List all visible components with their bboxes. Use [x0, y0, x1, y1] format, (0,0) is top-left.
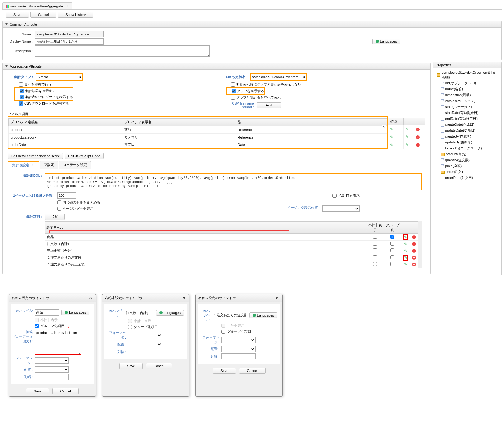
cb-subtotal[interactable] — [373, 242, 377, 246]
cb-group[interactable] — [390, 248, 394, 252]
tree-item[interactable]: price(金額) — [436, 163, 499, 169]
tab-aggregate-table[interactable]: 集計表設定4 — [8, 161, 39, 169]
align-select[interactable] — [35, 366, 69, 373]
align-select[interactable] — [128, 341, 162, 347]
tree-item[interactable]: createDate(作成日) — [436, 122, 499, 128]
cb-graph-above[interactable] — [20, 95, 24, 99]
tree-item[interactable]: quantity(注文数) — [436, 157, 499, 163]
pencil-icon[interactable]: ✎ — [404, 262, 407, 267]
editor-tab[interactable]: samples/ec01/orderItemAggregate ✕ — [2, 2, 72, 9]
table-row[interactable]: １注文あたりの売上金額 ✎ − — [45, 261, 418, 268]
pencil-icon[interactable]: ✎ — [406, 135, 409, 139]
cb-subtotal[interactable] — [373, 255, 377, 259]
cb-subtotal[interactable] — [373, 262, 377, 266]
tree-folder[interactable]: order(注文) — [436, 169, 499, 175]
display-name-field[interactable] — [35, 38, 104, 45]
close-icon[interactable]: ✕ — [88, 296, 93, 300]
disp-field[interactable] — [125, 310, 154, 316]
width-field[interactable] — [128, 349, 162, 355]
cb-group[interactable] — [128, 325, 132, 329]
edit-js-button[interactable]: Edit JavaScript Code — [65, 153, 104, 159]
tree-folder[interactable]: product(商品) — [436, 151, 499, 157]
pencil-icon[interactable]: ✎ — [390, 135, 393, 139]
format-select[interactable] — [221, 337, 256, 343]
delete-icon[interactable]: − — [412, 263, 416, 266]
tree-item[interactable]: description(説明) — [436, 92, 499, 98]
cb-group[interactable] — [390, 262, 394, 266]
agg-type-field[interactable] — [36, 74, 77, 80]
pencil-icon[interactable]: ✎ — [404, 249, 407, 253]
delete-icon[interactable]: − — [412, 256, 416, 260]
format-select[interactable] — [35, 357, 69, 364]
tree-item[interactable]: createBy(作成者) — [436, 134, 499, 139]
tree-item[interactable]: version(バージョン) — [436, 98, 499, 104]
delete-icon[interactable]: − — [412, 235, 416, 239]
cb-group[interactable] — [221, 330, 225, 334]
cb-total-row[interactable] — [332, 194, 337, 198]
pencil-icon[interactable]: ✎ — [404, 242, 407, 246]
cb-subtotal[interactable] — [373, 235, 377, 239]
cb-subtotal[interactable] — [373, 248, 377, 252]
languages-button[interactable]: Languages — [372, 39, 400, 44]
tree-item[interactable]: startDate(有効開始日) — [436, 110, 499, 116]
languages-button[interactable]: Languages — [249, 312, 277, 318]
cb-group[interactable] — [390, 255, 394, 259]
table-row[interactable]: 商品 ✎ − — [45, 234, 418, 241]
paging-pos-select[interactable] — [322, 205, 360, 212]
table-row[interactable]: product商品Reference — [9, 126, 387, 134]
tab-graph[interactable]: フ設定 — [40, 161, 58, 169]
description-field[interactable] — [35, 45, 210, 57]
cb-show-graph[interactable] — [232, 89, 236, 93]
cb-group[interactable] — [390, 242, 394, 246]
tree-item[interactable]: updateBy(更新者) — [436, 139, 499, 145]
dialog-cancel-button[interactable]: Cancel — [52, 388, 78, 394]
pencil-icon[interactable]: ✎ — [390, 127, 393, 131]
tree-item[interactable]: state(ステータス) — [436, 104, 499, 110]
dialog-cancel-button[interactable]: Cancel — [239, 368, 265, 374]
section-header-aggregation[interactable]: Aggregation Attribute — [3, 63, 430, 70]
section-header-common[interactable]: Common Attribute — [3, 21, 501, 28]
table-row[interactable]: orderDate注文日Date — [9, 141, 387, 148]
close-icon[interactable]: ✕ — [66, 4, 69, 8]
table-row[interactable]: 売上金額（合計） ✎ − — [45, 247, 418, 254]
tree-item[interactable]: oid(オブジェクトID) — [436, 80, 499, 86]
delete-icon[interactable]: − — [416, 143, 420, 147]
dialog-cancel-button[interactable]: Cancel — [146, 363, 172, 369]
close-icon[interactable]: ✕ — [181, 296, 186, 300]
save-button[interactable]: Save — [6, 12, 29, 18]
dialog-save-button[interactable]: Save — [26, 388, 49, 394]
format-select[interactable] — [128, 332, 162, 338]
delete-icon[interactable]: − — [412, 242, 416, 246]
cancel-button[interactable]: Cancel — [30, 12, 56, 18]
delete-icon[interactable]: − — [416, 135, 420, 139]
pencil-icon[interactable]: ✎ — [390, 143, 393, 147]
value-textarea[interactable] — [35, 330, 81, 355]
tab-raw-data[interactable]: ローデータ設定 — [59, 161, 91, 169]
disp-field[interactable] — [212, 312, 247, 318]
dialog-save-button[interactable]: Save — [213, 368, 236, 374]
tree-item[interactable]: updateDate(更新日) — [436, 128, 499, 134]
tree-item[interactable]: orderDate(注文日) — [436, 175, 499, 181]
cb-hide-paging[interactable] — [57, 207, 61, 211]
cb-show-result[interactable] — [20, 89, 24, 93]
pencil-icon[interactable]: ✎ — [404, 235, 407, 239]
entity-field[interactable] — [251, 74, 301, 80]
close-icon[interactable]: ✕ — [275, 296, 280, 300]
disp-field[interactable] — [35, 309, 59, 316]
scrollbar[interactable] — [418, 221, 422, 268]
cb-hide-initial[interactable] — [231, 82, 235, 87]
tree-item[interactable]: lockedBy(ロックユーザ) — [436, 145, 499, 151]
cb-side-by-side[interactable] — [231, 96, 235, 100]
align-select[interactable] — [221, 346, 256, 352]
edit-filter-script-button[interactable]: Edit default filter condition script — [8, 153, 63, 159]
cb-merge-cells[interactable] — [57, 200, 61, 204]
add-item-button[interactable]: 追加 — [45, 214, 65, 220]
cb-group[interactable] — [390, 235, 394, 239]
tree-item[interactable]: endDate(有効終了日) — [436, 116, 499, 122]
tree-root[interactable]: samples.ec01.order.OrderItem(注文明細) — [436, 70, 499, 80]
tree-item[interactable]: name(名前) — [436, 86, 499, 92]
languages-button[interactable]: Languages — [61, 310, 89, 315]
width-field[interactable] — [35, 374, 69, 380]
width-field[interactable] — [221, 353, 256, 359]
delete-icon[interactable]: − — [416, 128, 420, 131]
